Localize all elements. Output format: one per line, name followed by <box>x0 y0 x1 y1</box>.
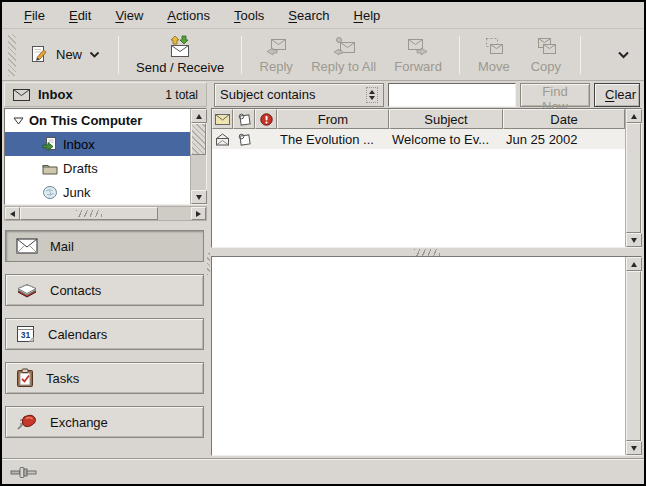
message-list-header: From Subject Date <box>212 109 625 129</box>
chevron-down-icon <box>617 51 630 59</box>
mail-icon <box>16 238 38 254</box>
search-criteria-value: Subject contains <box>220 87 362 102</box>
scroll-thumb[interactable] <box>191 123 206 155</box>
reply-icon <box>264 36 288 57</box>
scroll-up-arrow[interactable] <box>191 109 207 123</box>
reply-label: Reply <box>260 59 293 74</box>
menu-file[interactable]: File <box>12 5 57 26</box>
search-input[interactable] <box>388 83 516 107</box>
message-list: From Subject Date <box>211 108 642 248</box>
reply-to-all-icon <box>332 36 356 57</box>
switcher-contacts-button[interactable]: Contacts <box>5 274 204 306</box>
component-switcher: Mail Contacts <box>4 221 207 456</box>
tree-node-drafts[interactable]: Drafts <box>5 156 190 180</box>
scroll-down-arrow[interactable] <box>626 233 642 247</box>
scroll-up-arrow[interactable] <box>626 257 642 271</box>
scroll-thumb[interactable] <box>626 271 641 441</box>
menu-actions[interactable]: Actions <box>155 5 222 26</box>
scroll-track[interactable] <box>191 123 206 190</box>
splitter-grip <box>414 249 440 256</box>
find-now-button[interactable]: Find Now <box>520 83 590 107</box>
scroll-track[interactable] <box>626 271 641 441</box>
move-label: Move <box>478 59 510 74</box>
toolbar-overflow-chevron[interactable] <box>613 43 634 66</box>
svg-text:31: 31 <box>21 330 31 340</box>
switcher-tasks-button[interactable]: Tasks <box>5 362 204 394</box>
column-message-status[interactable] <box>212 109 233 129</box>
menu-tools[interactable]: Tools <box>222 5 276 26</box>
folder-icon <box>42 162 58 175</box>
column-attachment[interactable] <box>233 109 255 129</box>
copy-icon <box>534 36 558 57</box>
preview-pane <box>211 256 642 456</box>
inbox-icon <box>42 136 58 152</box>
calendars-icon: 31 <box>16 325 36 343</box>
online-connector-icon[interactable] <box>10 466 42 479</box>
copy-label: Copy <box>531 59 561 74</box>
scroll-thumb[interactable] <box>20 207 158 220</box>
tree-horizontal-scrollbar[interactable] <box>4 206 207 221</box>
tree-vertical-scrollbar[interactable] <box>190 109 206 204</box>
menu-help[interactable]: Help <box>342 5 393 26</box>
right-panel: Subject contains Find Now Clear <box>210 81 644 458</box>
menu-bar: File Edit View Actions Tools Search Help <box>2 2 644 29</box>
main-toolbar: New Send / Receive <box>2 29 644 81</box>
copy-button[interactable]: Copy <box>520 34 572 76</box>
column-date[interactable]: Date <box>503 109 625 129</box>
attachment-cell <box>233 133 255 146</box>
column-from[interactable]: From <box>277 109 389 129</box>
scroll-down-arrow[interactable] <box>191 190 207 204</box>
scroll-right-arrow[interactable] <box>191 207 206 220</box>
switcher-mail-button[interactable]: Mail <box>5 230 204 262</box>
reply-button[interactable]: Reply <box>250 34 302 76</box>
scroll-track[interactable] <box>20 207 191 220</box>
scroll-down-arrow[interactable] <box>626 441 642 455</box>
message-list-vertical-scrollbar[interactable] <box>625 109 641 247</box>
switcher-label: Tasks <box>46 371 79 386</box>
search-bar: Subject contains Find Now Clear <box>214 82 642 107</box>
column-label: Subject <box>424 112 467 127</box>
switcher-calendars-button[interactable]: 31 Calendars <box>5 318 204 350</box>
scroll-track[interactable] <box>626 123 641 233</box>
search-criteria-dropdown[interactable]: Subject contains <box>214 83 384 107</box>
toolbar-drag-handle[interactable] <box>8 34 16 76</box>
attachment-icon <box>237 113 251 126</box>
clear-button[interactable]: Clear <box>594 83 640 107</box>
tree-item-label: Drafts <box>63 161 98 176</box>
scroll-left-arrow[interactable] <box>5 207 20 220</box>
folder-count: 1 total <box>165 88 198 102</box>
send-receive-icon <box>167 35 193 58</box>
menu-edit[interactable]: Edit <box>57 5 103 26</box>
left-panel: Inbox 1 total On This Computer <box>2 81 207 458</box>
preview-pane-splitter[interactable] <box>211 248 642 256</box>
tree-root-label: On This Computer <box>29 113 142 128</box>
reply-to-all-button[interactable]: Reply to All <box>302 34 385 76</box>
menu-view[interactable]: View <box>103 5 155 26</box>
expander-triangle-icon[interactable] <box>13 117 24 125</box>
send-receive-label: Send / Receive <box>136 60 224 75</box>
tree-node-on-this-computer[interactable]: On This Computer <box>5 109 190 132</box>
column-label: Date <box>550 112 577 127</box>
switcher-exchange-button[interactable]: Exchange <box>5 406 204 438</box>
column-subject[interactable]: Subject <box>389 109 503 129</box>
send-receive-button[interactable]: Send / Receive <box>127 33 233 77</box>
forward-button[interactable]: Forward <box>385 34 451 76</box>
subject-cell: Welcome to Ev... <box>389 132 503 147</box>
menu-search[interactable]: Search <box>276 5 341 26</box>
reply-to-all-label: Reply to All <box>311 59 376 74</box>
exchange-icon <box>16 412 38 432</box>
read-status-cell <box>212 133 233 146</box>
scroll-thumb[interactable] <box>626 123 641 233</box>
message-list-empty-area <box>212 149 625 247</box>
move-button[interactable]: Move <box>468 34 520 76</box>
preview-pane-body <box>212 257 625 455</box>
toolbar-separator <box>459 36 460 74</box>
column-important[interactable] <box>255 109 277 129</box>
message-row[interactable]: The Evolution ... Welcome to Ev... Jun 2… <box>212 129 625 149</box>
new-message-icon <box>30 45 49 64</box>
preview-vertical-scrollbar[interactable] <box>625 257 641 455</box>
tree-node-junk[interactable]: Junk <box>5 180 190 204</box>
scroll-up-arrow[interactable] <box>626 109 642 123</box>
tree-node-inbox[interactable]: Inbox <box>5 132 190 156</box>
new-button[interactable]: New <box>20 39 110 70</box>
